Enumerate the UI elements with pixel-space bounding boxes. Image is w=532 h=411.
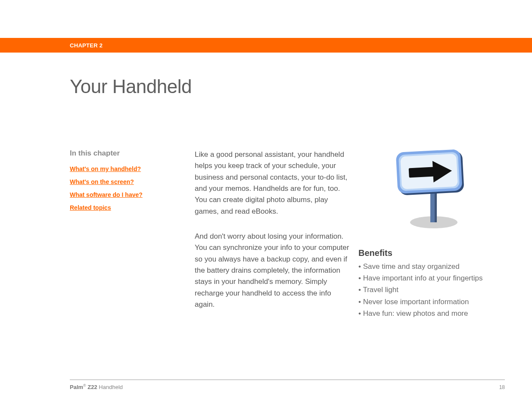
- intro-paragraph-1: Like a good personal assistant, your han…: [195, 149, 350, 217]
- sidebar-link-handheld[interactable]: What's on my handheld?: [70, 165, 190, 172]
- road-sign-arrow-icon: [391, 145, 468, 231]
- benefit-item: Travel light: [358, 284, 509, 296]
- sidebar-link-screen[interactable]: What's on the screen?: [70, 178, 190, 185]
- footer-brand-prefix: Palm: [70, 384, 83, 390]
- chapter-label: CHAPTER 2: [70, 42, 103, 49]
- benefits-heading: Benefits: [358, 248, 509, 258]
- benefit-item: Never lose important information: [358, 296, 509, 308]
- page-footer: Palm® Z22 Handheld 18: [70, 380, 505, 390]
- top-spacer: [0, 0, 532, 38]
- footer-brand-model: Z22: [86, 384, 97, 390]
- chapter-toc-sidebar: In this chapter What's on my handheld? W…: [70, 149, 190, 324]
- footer-brand-suffix: Handheld: [97, 384, 123, 390]
- right-column: Benefits Save time and stay organized Ha…: [358, 149, 509, 324]
- sidebar-link-related[interactable]: Related topics: [70, 204, 190, 211]
- benefit-item: Have fun: view photos and more: [358, 308, 509, 319]
- body-column: Like a good personal assistant, your han…: [195, 149, 350, 324]
- svg-rect-1: [430, 191, 435, 222]
- footer-branding: Palm® Z22 Handheld: [70, 383, 123, 390]
- chapter-header-bar: CHAPTER 2: [0, 38, 532, 53]
- page-title: Your Handheld: [70, 76, 532, 97]
- svg-rect-7: [409, 167, 435, 177]
- intro-paragraph-2: And don't worry about losing your inform…: [195, 231, 350, 310]
- benefit-item: Save time and stay organized: [358, 261, 509, 272]
- benefit-item: Have important info at your fingertips: [358, 272, 509, 284]
- content-row: In this chapter What's on my handheld? W…: [70, 149, 505, 324]
- footer-brand-reg: ®: [83, 383, 86, 388]
- page-number: 18: [499, 384, 505, 390]
- sidebar-heading: In this chapter: [70, 149, 190, 158]
- sidebar-link-software[interactable]: What software do I have?: [70, 191, 190, 198]
- svg-rect-2: [435, 191, 437, 222]
- benefits-list: Save time and stay organized Have import…: [358, 261, 509, 319]
